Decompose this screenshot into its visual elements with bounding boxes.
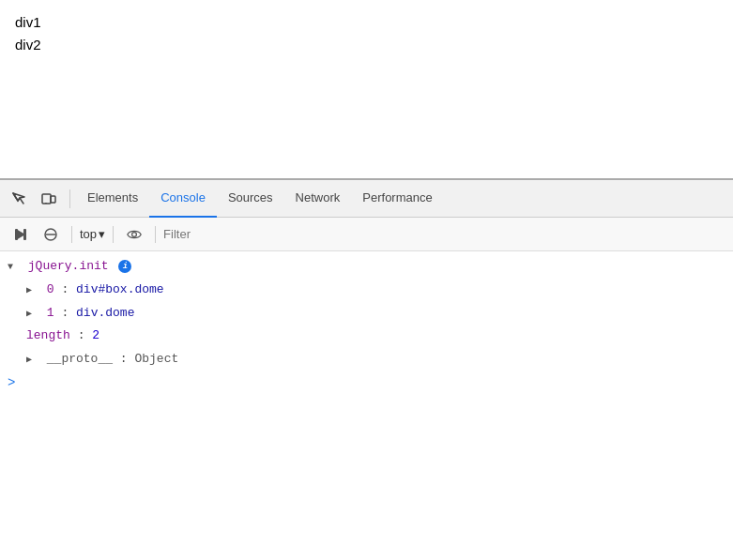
svg-rect-1 <box>51 196 55 203</box>
tab-console[interactable]: Console <box>149 180 217 218</box>
svg-point-8 <box>132 232 137 236</box>
devtools-tab-bar: Elements Console Sources Network Perform… <box>0 180 733 218</box>
prompt-symbol: > <box>8 375 15 390</box>
console-output: jQuery.init i 0 : div#box.dome 1 : div.d… <box>0 251 733 560</box>
index-0: 0 <box>47 282 54 296</box>
context-selector[interactable]: top ▾ <box>80 227 105 241</box>
eye-icon[interactable] <box>121 221 147 248</box>
svg-rect-5 <box>23 229 26 240</box>
tab-performance[interactable]: Performance <box>351 180 443 218</box>
console-proto-entry: __proto__ : Object <box>0 348 733 371</box>
console-object-entry: jQuery.init i <box>0 255 733 279</box>
console-entry-0: 0 : div#box.dome <box>0 279 733 302</box>
tab-elements[interactable]: Elements <box>76 180 149 218</box>
tab-network[interactable]: Network <box>284 180 352 218</box>
devtools-panel: Elements Console Sources Network Perform… <box>0 178 733 560</box>
device-icon[interactable] <box>34 184 64 214</box>
tab-divider <box>69 189 70 208</box>
expand-arrow-0[interactable] <box>26 283 39 298</box>
svg-rect-0 <box>42 194 51 204</box>
console-entry-1: 1 : div.dome <box>0 302 733 325</box>
index-1: 1 <box>47 306 54 320</box>
info-badge[interactable]: i <box>118 260 131 273</box>
filter-input-wrapper[interactable] <box>163 227 725 241</box>
svg-rect-4 <box>15 229 18 240</box>
length-val: 2 <box>92 328 99 342</box>
proto-key: __proto__ <box>47 352 113 366</box>
length-key: length <box>26 328 70 342</box>
expand-arrow-1[interactable] <box>26 307 39 322</box>
page-content: div1 div2 <box>0 0 733 178</box>
object-name: jQuery.init <box>28 259 109 273</box>
filter-input[interactable] <box>163 227 725 241</box>
inspect-icon[interactable] <box>4 184 34 214</box>
console-prompt[interactable]: > <box>0 371 733 394</box>
dropdown-arrow: ▾ <box>99 227 105 241</box>
value-1: div.dome <box>76 306 134 320</box>
toolbar-divider-3 <box>155 226 156 243</box>
console-toolbar: top ▾ <box>0 218 733 251</box>
page-line-1: div1 <box>15 11 718 34</box>
console-length-entry: length : 2 <box>0 325 733 348</box>
expand-arrow-proto[interactable] <box>26 353 39 368</box>
expand-arrow-root[interactable] <box>8 260 21 275</box>
value-0: div#box.dome <box>76 282 164 296</box>
play-icon[interactable] <box>8 221 34 248</box>
tab-sources[interactable]: Sources <box>217 180 284 218</box>
proto-val: Object <box>134 352 178 366</box>
toolbar-divider <box>71 226 72 243</box>
toolbar-divider-2 <box>113 226 114 243</box>
clear-icon[interactable] <box>38 221 64 248</box>
page-line-2: div2 <box>15 34 718 56</box>
